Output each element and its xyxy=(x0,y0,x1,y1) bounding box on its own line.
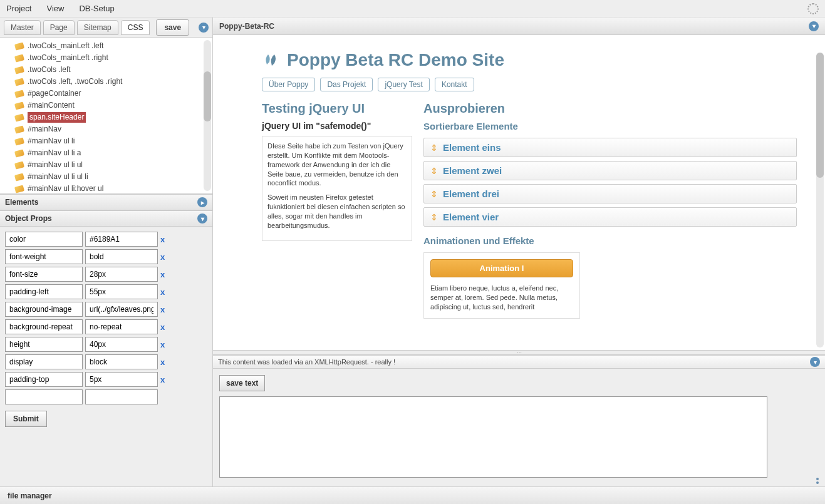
tree-item[interactable]: .twoCols .left xyxy=(0,64,212,76)
prop-key-input[interactable] xyxy=(5,319,83,334)
tag-icon xyxy=(14,42,24,50)
tree-item[interactable]: #mainNav xyxy=(0,123,212,135)
preview-scrollbar[interactable] xyxy=(816,53,824,347)
resize-dots-icon xyxy=(816,478,819,484)
animation-button[interactable]: Animation I xyxy=(430,259,573,277)
prop-val-input[interactable] xyxy=(85,302,158,317)
save-button[interactable]: save xyxy=(156,19,189,36)
submit-button[interactable]: Submit xyxy=(5,411,47,427)
prop-key-input[interactable] xyxy=(5,249,83,264)
nav-das-projekt[interactable]: Das Projekt xyxy=(320,78,373,91)
collapse-icon[interactable]: ▾ xyxy=(199,23,209,33)
tag-icon xyxy=(14,101,24,110)
prop-row: x xyxy=(5,372,207,387)
file-manager-bar[interactable]: file manager xyxy=(0,486,825,504)
menu-view[interactable]: View xyxy=(46,4,64,13)
content-textarea[interactable] xyxy=(219,396,767,478)
sidebar-tabs: Master Page Sitemap CSS save ▾ xyxy=(0,18,212,38)
tab-sitemap[interactable]: Sitemap xyxy=(77,20,118,35)
tab-master[interactable]: Master xyxy=(4,20,41,35)
animation-text: Etiam libero neque, luctus a, eleifend n… xyxy=(430,284,573,312)
prop-val-input[interactable] xyxy=(85,284,158,299)
tree-scrollbar[interactable] xyxy=(204,40,211,191)
save-text-button[interactable]: save text xyxy=(219,375,265,391)
prop-key-input[interactable] xyxy=(5,372,83,387)
delete-prop-icon[interactable]: x xyxy=(160,235,165,244)
prop-val-input[interactable] xyxy=(85,232,158,247)
prop-val-input[interactable] xyxy=(85,319,158,334)
top-menubar: Project View DB-Setup xyxy=(0,0,825,18)
sortable-item[interactable]: ⇕Element eins xyxy=(423,138,797,157)
left-col-subheading: jQuery UI im "safemode()" xyxy=(262,121,412,131)
menu-project[interactable]: Project xyxy=(6,4,31,13)
drag-handle-icon[interactable]: ⇕ xyxy=(430,143,438,153)
tag-icon xyxy=(14,161,24,169)
tree-item-label: span.siteHeader xyxy=(28,112,86,123)
tree-item[interactable]: #pageContainer xyxy=(0,88,212,100)
tree-item-label: #mainNav ul li ul li xyxy=(28,172,88,182)
right-area: Poppy-Beta-RC ▾ Poppy Beta RC Demo Site … xyxy=(213,18,825,486)
sortable-item[interactable]: ⇕Element vier xyxy=(423,207,797,227)
collapse-icon[interactable]: ▾ xyxy=(809,21,819,31)
prop-key-input[interactable] xyxy=(5,267,83,282)
sortable-label: Element drei xyxy=(443,188,499,199)
tree-item[interactable]: .twoCols .left, .twoCols .right xyxy=(0,76,212,88)
css-selector-tree: .twoCols_mainLeft .left.twoCols_mainLeft… xyxy=(0,38,212,194)
tree-item-label: .twoCols .left xyxy=(28,64,71,75)
tree-item[interactable]: #mainNav ul li ul li xyxy=(0,171,212,183)
collapse-icon[interactable]: ▾ xyxy=(197,213,207,224)
tree-item[interactable]: .twoCols_mainLeft .right xyxy=(0,52,212,64)
drag-handle-icon[interactable]: ⇕ xyxy=(430,212,438,222)
nav-ueber-poppy[interactable]: Über Poppy xyxy=(262,78,315,91)
delete-prop-icon[interactable]: x xyxy=(160,287,165,297)
animation-box: Animation I Etiam libero neque, luctus a… xyxy=(423,252,580,319)
tag-icon xyxy=(14,78,24,86)
expand-right-icon[interactable]: ▸ xyxy=(197,197,207,207)
delete-prop-icon[interactable]: x xyxy=(160,305,165,314)
tab-css[interactable]: CSS xyxy=(121,20,150,35)
drag-handle-icon[interactable]: ⇕ xyxy=(430,166,438,176)
menu-db-setup[interactable]: DB-Setup xyxy=(79,4,114,13)
tag-icon xyxy=(14,173,24,181)
tree-item[interactable]: #mainNav ul li a xyxy=(0,147,212,159)
delete-prop-icon[interactable]: x xyxy=(160,357,165,367)
tag-icon xyxy=(14,125,24,133)
tree-item[interactable]: span.siteHeader xyxy=(0,111,212,123)
tree-item[interactable]: #mainContent xyxy=(0,100,212,111)
prop-val-input[interactable] xyxy=(85,354,158,369)
prop-val-input[interactable] xyxy=(85,249,158,264)
prop-key-input[interactable] xyxy=(5,337,83,352)
delete-prop-icon[interactable]: x xyxy=(160,322,165,332)
prop-key-input[interactable] xyxy=(5,354,83,369)
elements-panel-header[interactable]: Elements ▸ xyxy=(0,194,212,210)
delete-prop-icon[interactable]: x xyxy=(160,252,165,262)
prop-val-input[interactable] xyxy=(85,337,158,352)
tree-item[interactable]: #mainNav ul li xyxy=(0,135,212,147)
right-col-heading: Ausprobieren xyxy=(423,101,797,116)
delete-prop-icon[interactable]: x xyxy=(160,340,165,349)
prop-val-input[interactable] xyxy=(85,372,158,387)
nav-kontakt[interactable]: Kontakt xyxy=(435,78,474,91)
delete-prop-icon[interactable]: x xyxy=(160,375,165,384)
prop-key-input[interactable] xyxy=(5,284,83,299)
tree-item[interactable]: #mainNav ul li:hover ul xyxy=(0,183,212,194)
site-title: Poppy Beta RC Demo Site xyxy=(287,50,504,70)
delete-prop-icon[interactable]: x xyxy=(160,270,165,279)
prop-key-input[interactable] xyxy=(5,232,83,247)
sortable-item[interactable]: ⇕Element drei xyxy=(423,184,797,203)
drag-handle-icon[interactable]: ⇕ xyxy=(430,189,438,199)
tag-icon xyxy=(14,149,24,157)
prop-val-input[interactable] xyxy=(85,267,158,282)
collapse-icon[interactable]: ▾ xyxy=(810,357,820,367)
nav-jquery-test[interactable]: jQuery Test xyxy=(378,78,429,91)
tree-item[interactable]: .twoCols_mainLeft .left xyxy=(0,40,212,52)
horizontal-splitter[interactable]: ⋯ xyxy=(213,350,825,355)
tree-item-label: .twoCols_mainLeft .right xyxy=(28,53,108,63)
tree-item[interactable]: #mainNav ul li ul xyxy=(0,159,212,171)
prop-key-input[interactable] xyxy=(5,302,83,317)
prop-val-empty[interactable] xyxy=(85,389,158,404)
tab-page[interactable]: Page xyxy=(43,20,75,35)
sortable-item[interactable]: ⇕Element zwei xyxy=(423,161,797,180)
objectprops-panel-header[interactable]: Object Props ▾ xyxy=(0,210,212,227)
prop-key-empty[interactable] xyxy=(5,389,83,404)
